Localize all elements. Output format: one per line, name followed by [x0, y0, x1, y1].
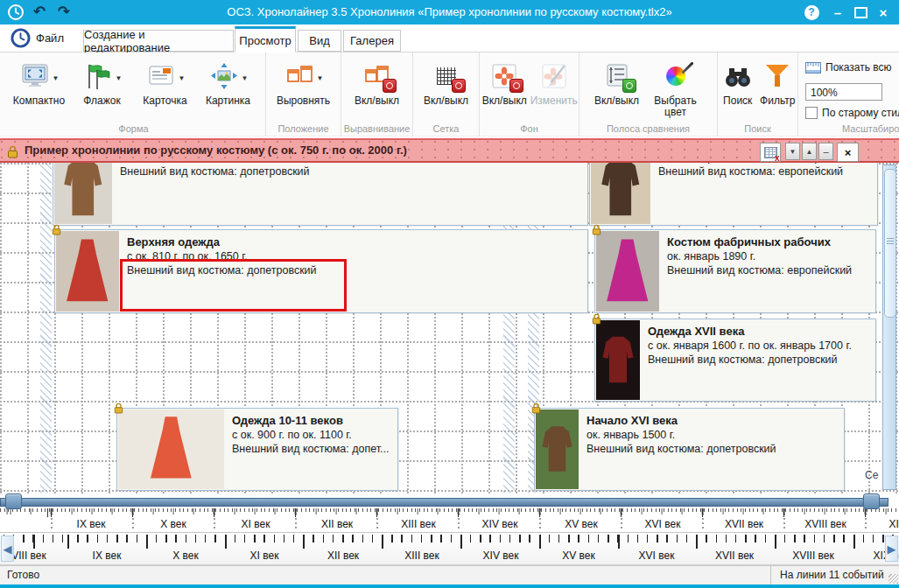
move-down-button[interactable]: ▼	[785, 143, 800, 160]
arrow-left-icon: ◀	[4, 542, 12, 556]
dropdown-icon[interactable]: ▼	[179, 74, 186, 93]
banner-close-button[interactable]: ×	[837, 143, 859, 162]
group-caption: Масштабирование	[798, 123, 899, 134]
tab-label: Галерея	[350, 34, 394, 47]
group-polosa-sravneniya: Вкл/выкл Выбрать цвет Полоса сравнения	[579, 52, 718, 136]
timeline-ruler-lower[interactable]: VIII век IX век X век XI век XII век XII…	[0, 532, 899, 565]
search-binoculars-icon	[722, 60, 754, 93]
range-track[interactable]	[0, 498, 888, 507]
lock-icon	[592, 224, 601, 238]
scroll-left-button[interactable]: ◀	[1, 536, 14, 562]
old-style-checkbox[interactable]	[805, 107, 818, 119]
century-label: X век	[172, 550, 199, 562]
button-label: Флажок	[83, 95, 120, 107]
ruler-century-ticks	[0, 535, 899, 549]
close-icon: ×	[880, 5, 888, 20]
button-label: Вкл/выкл	[355, 95, 399, 107]
tab-label: Создание и редактирование	[84, 28, 233, 54]
timeline-canvas[interactable]: с ок. 820 г. по ок. 1650 г. Внешний вид …	[0, 163, 899, 494]
help-button[interactable]: ?	[799, 0, 824, 24]
button-label: Изменить	[530, 95, 578, 107]
button-label: Компактно	[13, 95, 65, 107]
compact-monitor-icon	[19, 60, 51, 93]
timeline-ruler-upper[interactable]: IX век X век XI век XII век XIII век XIV…	[0, 508, 899, 530]
group-vyravnivanie: Вкл/выкл Выравнивание	[341, 52, 413, 136]
resize-grip[interactable]	[888, 574, 898, 584]
tab-view-active[interactable]: Просмотр	[235, 26, 296, 52]
event-card[interactable]: Костюм фабричных рабочих ок. январь 1890…	[594, 229, 876, 313]
event-card[interactable]: Одежда 10-11 веков с ок. 900 г. по ок. 1…	[116, 408, 398, 491]
group-fon: Вкл/выкл Изменить Фон	[480, 52, 579, 136]
event-dates: ок. январь 1500 г.	[586, 428, 776, 442]
dropdown-icon[interactable]: ▼	[116, 74, 123, 93]
event-photo	[56, 231, 119, 312]
event-card[interactable]: Одежда XVII века с ок. января 1600 г. по…	[594, 318, 876, 402]
event-card[interactable]: с ок. 820 г. по ок. 1650 г. Внешний вид …	[53, 163, 588, 226]
collapse-button[interactable]: –	[818, 143, 833, 160]
range-handle-left[interactable]	[5, 494, 22, 509]
century-label: XVIII век	[804, 518, 846, 530]
alignment-toggle-button[interactable]: Вкл/выкл	[350, 58, 404, 107]
zoom-combobox[interactable]: 100%	[805, 83, 882, 101]
tab-vid[interactable]: Вид	[298, 30, 341, 52]
group-caption: Полоса сравнения	[579, 123, 717, 134]
lock-icon	[114, 402, 123, 416]
scroll-right-button[interactable]: ▶	[885, 536, 898, 562]
file-clock-icon	[11, 28, 31, 48]
pick-color-button[interactable]: Выбрать цвет	[644, 58, 707, 118]
compact-button[interactable]: ▼ Компактно	[8, 58, 71, 107]
card-button[interactable]: ▼ Карточка	[134, 58, 197, 107]
file-menu-button[interactable]: Файл	[11, 28, 64, 48]
button-label: Выровнять	[277, 95, 330, 107]
hide-timeline-button[interactable]: x	[760, 143, 781, 162]
compare-strip-toggle-button[interactable]: Вкл/выкл	[590, 58, 644, 107]
group-caption: Форма	[2, 123, 265, 134]
app-window: ↶ ↷ ОСЗ. Хронолайнер 3.5 Хронолиния «При…	[0, 0, 899, 588]
close-icon: ×	[845, 146, 852, 159]
event-photo	[536, 410, 579, 489]
move-up-button[interactable]: ▲	[802, 143, 817, 160]
button-label: Карточка	[143, 95, 186, 107]
flag-button[interactable]: ▼ Флажок	[71, 58, 134, 107]
window-title: ОСЗ. Хронолайнер 3.5 Хронолиния «Пример …	[0, 0, 899, 24]
tab-create-edit[interactable]: Создание и редактирование	[83, 30, 234, 52]
timeline-range-bar[interactable]	[0, 493, 899, 508]
ribbon-tab-row: Файл Создание и редактирование Просмотр …	[0, 24, 899, 52]
century-label: XIX век	[889, 518, 899, 530]
event-card[interactable]: с ок. января 1698 г. по ок. январь 173..…	[589, 163, 878, 226]
dropdown-icon[interactable]: ▼	[242, 74, 249, 93]
file-menu-label: Файл	[36, 32, 64, 45]
group-masshtab: Показать всю 100% По старому стилю Масшт…	[798, 52, 899, 136]
group-caption: Поиск	[718, 123, 797, 134]
maximize-button[interactable]	[848, 0, 873, 24]
search-button[interactable]: Поиск	[718, 58, 758, 107]
filter-funnel-icon	[762, 60, 793, 93]
event-title: Верхняя одежда	[127, 234, 317, 249]
lock-icon	[7, 145, 18, 161]
tab-label: Просмотр	[239, 34, 291, 47]
button-label: Фильтр	[760, 95, 795, 107]
filter-button[interactable]: Фильтр	[758, 58, 798, 107]
show-all-button[interactable]: Показать всю	[805, 61, 892, 74]
ribbon-toolbar: ▼ Компактно ▼ Флажок ▼ Карточка	[0, 52, 899, 136]
maximize-icon	[854, 7, 867, 18]
ruler-icon	[805, 62, 821, 74]
dropdown-icon[interactable]: ▼	[317, 74, 324, 93]
close-button[interactable]: ×	[871, 0, 895, 24]
grid-toggle-button[interactable]: Вкл/выкл	[419, 58, 474, 107]
tab-gallery[interactable]: Галерея	[343, 30, 401, 52]
background-toggle-button[interactable]: Вкл/выкл	[480, 58, 530, 107]
dropdown-icon[interactable]: ▼	[53, 74, 60, 93]
range-handle-right[interactable]	[863, 494, 880, 509]
event-title: Костюм фабричных рабочих	[667, 234, 852, 249]
event-description: Внешний вид костюма: европейский	[658, 164, 856, 178]
event-card[interactable]: Начало XVI века ок. январь 1500 г. Внешн…	[534, 408, 845, 491]
align-button[interactable]: ▼ Выровнять	[272, 58, 335, 107]
canvas-vertical-scrollbar[interactable]	[882, 164, 896, 490]
minimize-button[interactable]: –	[825, 0, 850, 24]
tab-label: Вид	[309, 34, 330, 47]
picture-button[interactable]: ▼ Картинка	[197, 58, 260, 107]
arrow-up-icon: ▲	[806, 148, 813, 156]
scrollbar-thumb[interactable]	[884, 169, 896, 318]
lock-icon	[592, 313, 601, 327]
